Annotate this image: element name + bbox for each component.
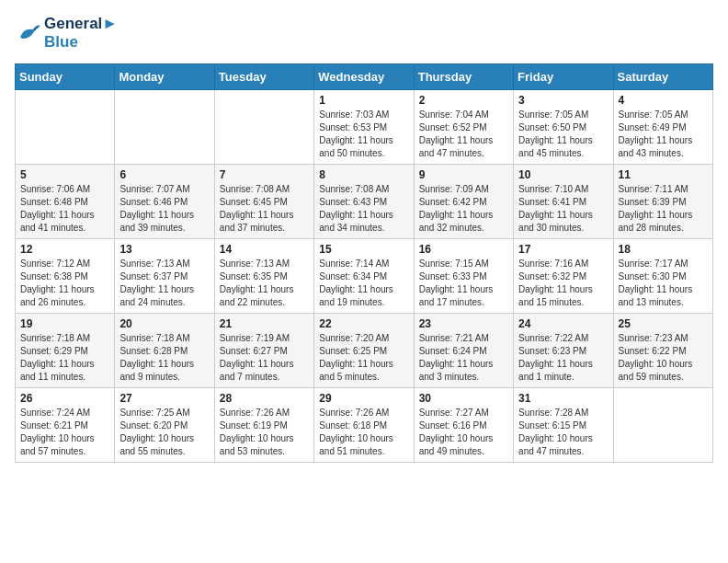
day-info: Sunrise: 7:27 AM Sunset: 6:16 PM Dayligh… [419, 407, 508, 458]
day-number: 25 [619, 317, 708, 330]
calendar-cell: 21Sunrise: 7:19 AM Sunset: 6:27 PM Dayli… [214, 313, 313, 387]
calendar-week-row: 1Sunrise: 7:03 AM Sunset: 6:53 PM Daylig… [16, 89, 713, 164]
col-header-sunday: Sunday [16, 63, 115, 89]
calendar-header-row: SundayMondayTuesdayWednesdayThursdayFrid… [16, 63, 713, 89]
day-info: Sunrise: 7:26 AM Sunset: 6:19 PM Dayligh… [220, 407, 309, 458]
calendar-week-row: 26Sunrise: 7:24 AM Sunset: 6:21 PM Dayli… [16, 387, 713, 462]
logo: General► Blue [15, 15, 118, 52]
day-number: 23 [419, 317, 508, 330]
day-info: Sunrise: 7:23 AM Sunset: 6:22 PM Dayligh… [619, 332, 708, 384]
calendar-cell: 27Sunrise: 7:25 AM Sunset: 6:20 PM Dayli… [115, 387, 214, 462]
day-number: 14 [220, 243, 309, 256]
calendar-cell: 7Sunrise: 7:08 AM Sunset: 6:45 PM Daylig… [214, 164, 313, 238]
day-info: Sunrise: 7:14 AM Sunset: 6:34 PM Dayligh… [319, 258, 408, 309]
calendar-cell: 3Sunrise: 7:05 AM Sunset: 6:50 PM Daylig… [514, 89, 613, 164]
calendar-cell: 13Sunrise: 7:13 AM Sunset: 6:37 PM Dayli… [115, 238, 214, 313]
day-number: 11 [619, 168, 708, 181]
calendar-cell: 22Sunrise: 7:20 AM Sunset: 6:25 PM Dayli… [314, 313, 414, 387]
day-number: 22 [319, 317, 408, 330]
calendar-cell: 31Sunrise: 7:28 AM Sunset: 6:15 PM Dayli… [514, 387, 613, 462]
day-info: Sunrise: 7:18 AM Sunset: 6:29 PM Dayligh… [20, 332, 109, 384]
day-number: 17 [518, 243, 608, 256]
day-info: Sunrise: 7:11 AM Sunset: 6:39 PM Dayligh… [619, 183, 708, 235]
calendar-table: SundayMondayTuesdayWednesdayThursdayFrid… [15, 63, 713, 463]
day-number: 10 [518, 168, 608, 181]
calendar-week-row: 19Sunrise: 7:18 AM Sunset: 6:29 PM Dayli… [16, 313, 713, 387]
day-info: Sunrise: 7:03 AM Sunset: 6:53 PM Dayligh… [319, 109, 408, 160]
calendar-cell: 20Sunrise: 7:18 AM Sunset: 6:28 PM Dayli… [115, 313, 214, 387]
day-info: Sunrise: 7:09 AM Sunset: 6:42 PM Dayligh… [419, 183, 508, 235]
calendar-cell: 23Sunrise: 7:21 AM Sunset: 6:24 PM Dayli… [414, 313, 513, 387]
col-header-tuesday: Tuesday [214, 63, 313, 89]
day-number: 4 [619, 94, 708, 107]
day-info: Sunrise: 7:18 AM Sunset: 6:28 PM Dayligh… [119, 332, 209, 384]
calendar-cell: 15Sunrise: 7:14 AM Sunset: 6:34 PM Dayli… [314, 238, 414, 313]
day-number: 1 [319, 94, 408, 107]
day-info: Sunrise: 7:21 AM Sunset: 6:24 PM Dayligh… [419, 332, 508, 384]
day-number: 15 [319, 243, 408, 256]
calendar-cell: 17Sunrise: 7:16 AM Sunset: 6:32 PM Dayli… [514, 238, 613, 313]
calendar-cell: 16Sunrise: 7:15 AM Sunset: 6:33 PM Dayli… [414, 238, 513, 313]
day-number: 7 [220, 168, 309, 181]
calendar-cell: 9Sunrise: 7:09 AM Sunset: 6:42 PM Daylig… [414, 164, 513, 238]
calendar-cell: 11Sunrise: 7:11 AM Sunset: 6:39 PM Dayli… [613, 164, 712, 238]
day-info: Sunrise: 7:13 AM Sunset: 6:35 PM Dayligh… [220, 258, 309, 309]
day-number: 8 [319, 168, 408, 181]
col-header-wednesday: Wednesday [314, 63, 414, 89]
calendar-week-row: 5Sunrise: 7:06 AM Sunset: 6:48 PM Daylig… [16, 164, 713, 238]
calendar-cell: 24Sunrise: 7:22 AM Sunset: 6:23 PM Dayli… [514, 313, 613, 387]
day-number: 5 [20, 168, 109, 181]
day-info: Sunrise: 7:19 AM Sunset: 6:27 PM Dayligh… [220, 332, 309, 384]
col-header-monday: Monday [115, 63, 214, 89]
day-number: 30 [419, 392, 508, 405]
calendar-cell: 2Sunrise: 7:04 AM Sunset: 6:52 PM Daylig… [414, 89, 513, 164]
day-info: Sunrise: 7:15 AM Sunset: 6:33 PM Dayligh… [419, 258, 508, 309]
day-number: 31 [518, 392, 608, 405]
day-number: 16 [419, 243, 508, 256]
day-number: 9 [419, 168, 508, 181]
col-header-friday: Friday [514, 63, 613, 89]
day-info: Sunrise: 7:13 AM Sunset: 6:37 PM Dayligh… [119, 258, 209, 309]
calendar-cell: 8Sunrise: 7:08 AM Sunset: 6:43 PM Daylig… [314, 164, 414, 238]
day-info: Sunrise: 7:04 AM Sunset: 6:52 PM Dayligh… [419, 109, 508, 160]
calendar-cell: 12Sunrise: 7:12 AM Sunset: 6:38 PM Dayli… [16, 238, 115, 313]
day-number: 26 [20, 392, 109, 405]
day-info: Sunrise: 7:12 AM Sunset: 6:38 PM Dayligh… [20, 258, 109, 309]
day-number: 28 [220, 392, 309, 405]
day-info: Sunrise: 7:10 AM Sunset: 6:41 PM Dayligh… [518, 183, 608, 235]
day-info: Sunrise: 7:05 AM Sunset: 6:50 PM Dayligh… [518, 109, 608, 160]
calendar-cell: 19Sunrise: 7:18 AM Sunset: 6:29 PM Dayli… [16, 313, 115, 387]
calendar-cell: 28Sunrise: 7:26 AM Sunset: 6:19 PM Dayli… [214, 387, 313, 462]
calendar-cell: 30Sunrise: 7:27 AM Sunset: 6:16 PM Dayli… [414, 387, 513, 462]
day-info: Sunrise: 7:07 AM Sunset: 6:46 PM Dayligh… [119, 183, 209, 235]
col-header-saturday: Saturday [613, 63, 712, 89]
calendar-cell: 6Sunrise: 7:07 AM Sunset: 6:46 PM Daylig… [115, 164, 214, 238]
calendar-cell: 25Sunrise: 7:23 AM Sunset: 6:22 PM Dayli… [613, 313, 712, 387]
calendar-cell: 26Sunrise: 7:24 AM Sunset: 6:21 PM Dayli… [16, 387, 115, 462]
calendar-cell [613, 387, 712, 462]
calendar-cell [214, 89, 313, 164]
day-info: Sunrise: 7:28 AM Sunset: 6:15 PM Dayligh… [518, 407, 608, 458]
logo-text: General► Blue [44, 15, 118, 52]
day-info: Sunrise: 7:24 AM Sunset: 6:21 PM Dayligh… [20, 407, 109, 458]
day-info: Sunrise: 7:25 AM Sunset: 6:20 PM Dayligh… [119, 407, 209, 458]
day-number: 18 [619, 243, 708, 256]
calendar-cell: 5Sunrise: 7:06 AM Sunset: 6:48 PM Daylig… [16, 164, 115, 238]
day-number: 2 [419, 94, 508, 107]
calendar-cell [115, 89, 214, 164]
day-number: 3 [518, 94, 608, 107]
day-number: 21 [220, 317, 309, 330]
calendar-cell: 14Sunrise: 7:13 AM Sunset: 6:35 PM Dayli… [214, 238, 313, 313]
day-info: Sunrise: 7:17 AM Sunset: 6:30 PM Dayligh… [619, 258, 708, 309]
day-number: 13 [119, 243, 209, 256]
col-header-thursday: Thursday [414, 63, 513, 89]
day-number: 29 [319, 392, 408, 405]
calendar-cell: 18Sunrise: 7:17 AM Sunset: 6:30 PM Dayli… [613, 238, 712, 313]
day-info: Sunrise: 7:08 AM Sunset: 6:43 PM Dayligh… [319, 183, 408, 235]
day-info: Sunrise: 7:05 AM Sunset: 6:49 PM Dayligh… [619, 109, 708, 160]
day-number: 20 [119, 317, 209, 330]
day-info: Sunrise: 7:06 AM Sunset: 6:48 PM Dayligh… [20, 183, 109, 235]
day-info: Sunrise: 7:20 AM Sunset: 6:25 PM Dayligh… [319, 332, 408, 384]
calendar-cell: 29Sunrise: 7:26 AM Sunset: 6:18 PM Dayli… [314, 387, 414, 462]
page-header: General► Blue [15, 15, 713, 52]
